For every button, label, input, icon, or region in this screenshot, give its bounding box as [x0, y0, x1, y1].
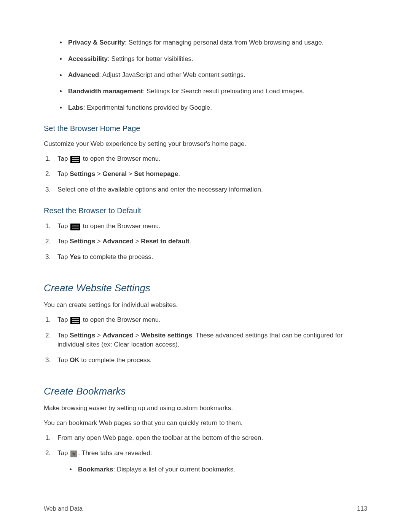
- step-sep: >: [134, 238, 141, 245]
- list-item: Privacy & Security: Settings for managin…: [60, 38, 367, 48]
- paragraph: You can create settings for individual w…: [44, 300, 367, 310]
- step-text: .: [190, 238, 191, 245]
- step-bold: OK: [70, 356, 80, 364]
- list-item-desc: : Settings for Search result preloading …: [143, 88, 304, 95]
- heading-create-bookmarks: Create Bookmarks: [44, 384, 367, 399]
- step-text: Tap: [57, 356, 70, 364]
- bookmarks-steps: From any open Web page, open the toolbar…: [44, 433, 367, 474]
- footer-page-number: 113: [357, 504, 367, 513]
- step-text: Tap: [57, 332, 70, 339]
- heading-set-homepage: Set the Browser Home Page: [44, 123, 367, 134]
- list-item: Bandwidth management: Settings for Searc…: [60, 87, 367, 96]
- svg-rect-5: [72, 228, 79, 229]
- bookmarks-tabs-list: Bookmarks: Displays a list of your curre…: [57, 465, 367, 474]
- settings-list: Privacy & Security: Settings for managin…: [44, 38, 367, 112]
- list-item-label: Labs: [68, 104, 83, 111]
- step-bold: Reset to default: [141, 238, 190, 245]
- list-item-label: Advanced: [68, 71, 99, 78]
- list-item: Bookmarks: Displays a list of your curre…: [70, 465, 367, 474]
- step-text: to complete the process.: [80, 356, 152, 364]
- step-bold: Set homepage: [134, 170, 178, 177]
- list-item-label: Accessibility: [68, 55, 108, 62]
- step-bold: Settings: [70, 332, 95, 339]
- paragraph: You can bookmark Web pages so that you c…: [44, 419, 367, 428]
- paragraph: Make browsing easier by setting up and u…: [44, 404, 367, 413]
- step-text: .: [178, 170, 180, 177]
- document-page: Privacy & Security: Settings for managin…: [0, 0, 411, 532]
- homepage-steps: Tap to open the Browser menu. Tap Settin…: [44, 154, 367, 195]
- step-text: to open the Browser menu.: [81, 316, 161, 323]
- step-item: From any open Web page, open the toolbar…: [44, 433, 367, 443]
- website-steps: Tap to open the Browser menu. Tap Settin…: [44, 315, 367, 365]
- svg-marker-9: [72, 452, 76, 456]
- step-bold: General: [103, 170, 127, 177]
- step-text: to open the Browser menu.: [81, 155, 161, 162]
- menu-icon: [70, 317, 80, 324]
- step-item: Tap Yes to complete the process.: [44, 252, 367, 262]
- step-item: Tap to open the Browser menu.: [44, 315, 367, 325]
- step-text: Tap: [57, 316, 70, 323]
- step-sep: >: [95, 238, 102, 245]
- step-text: to open the Browser menu.: [81, 222, 161, 230]
- menu-icon: [70, 156, 80, 163]
- step-sep: >: [134, 332, 141, 339]
- list-item-desc: : Displays a list of your current bookma…: [113, 466, 235, 473]
- step-text: Tap: [57, 155, 70, 162]
- step-bold: Website settings: [141, 332, 192, 339]
- paragraph: Customize your Web experience by setting…: [44, 139, 367, 149]
- step-bold: Advanced: [103, 332, 134, 339]
- step-sep: >: [95, 170, 102, 177]
- svg-rect-2: [72, 161, 79, 162]
- svg-rect-4: [72, 227, 79, 227]
- step-item: Tap Settings > General > Set homepage.: [44, 169, 367, 179]
- list-item-label: Bandwidth management: [68, 88, 143, 95]
- step-bold: Settings: [70, 238, 95, 245]
- list-item: Labs: Experimental functions provided by…: [60, 103, 367, 113]
- svg-rect-0: [72, 157, 79, 158]
- list-item: Advanced: Adjust JavaScript and other We…: [60, 70, 367, 80]
- heading-reset-browser: Reset the Browser to Default: [44, 205, 367, 216]
- step-item: Tap to open the Browser menu.: [44, 154, 367, 164]
- step-bold: Settings: [70, 170, 95, 177]
- step-sep: >: [95, 332, 102, 339]
- menu-icon: [70, 224, 80, 230]
- svg-rect-8: [72, 322, 79, 323]
- step-sep: >: [127, 170, 134, 177]
- step-text: . Three tabs are revealed:: [78, 449, 152, 457]
- step-item: Tap Settings > Advanced > Website settin…: [44, 331, 367, 350]
- step-item: Tap to open the Browser menu.: [44, 222, 367, 231]
- step-item: Tap . Three tabs are revealed: Bookmarks…: [44, 449, 367, 474]
- step-bold: Advanced: [103, 238, 134, 245]
- page-footer: Web and Data 113: [44, 504, 367, 513]
- step-bold: Yes: [70, 253, 81, 260]
- step-item: Tap Settings > Advanced > Reset to defau…: [44, 237, 367, 246]
- list-item-desc: : Adjust JavaScript and other Web conten…: [99, 71, 245, 78]
- step-text: Tap: [57, 238, 70, 245]
- step-text: Tap: [57, 253, 70, 260]
- list-item-label: Privacy & Security: [68, 39, 125, 46]
- footer-section: Web and Data: [44, 504, 83, 513]
- step-item: Tap OK to complete the process.: [44, 356, 367, 365]
- svg-rect-6: [72, 318, 79, 319]
- step-item: Select one of the available options and …: [44, 185, 367, 195]
- heading-website-settings: Create Website Settings: [44, 281, 367, 296]
- svg-rect-3: [72, 225, 79, 225]
- list-item-desc: : Settings for managing personal data fr…: [125, 39, 323, 46]
- list-item-desc: : Settings for better visibilities.: [108, 55, 193, 62]
- step-text: to complete the process.: [81, 253, 153, 260]
- list-item-desc: : Experimental functions provided by Goo…: [83, 104, 212, 111]
- svg-rect-7: [72, 320, 79, 321]
- bookmark-star-icon: [70, 451, 77, 457]
- list-item-label: Bookmarks: [78, 466, 113, 473]
- reset-steps: Tap to open the Browser menu. Tap Settin…: [44, 222, 367, 262]
- step-text: Tap: [57, 222, 70, 230]
- step-text: Tap: [57, 449, 70, 457]
- step-text: Tap: [57, 170, 70, 177]
- svg-rect-1: [72, 159, 79, 160]
- list-item: Accessibility: Settings for better visib…: [60, 54, 367, 64]
